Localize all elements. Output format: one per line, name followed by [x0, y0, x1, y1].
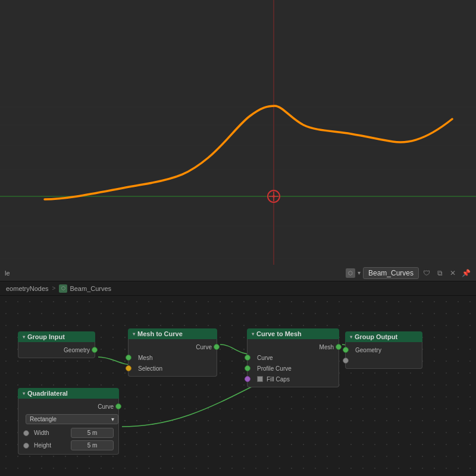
close-icon[interactable]: ✕ [447, 268, 458, 278]
node-curve-to-mesh-header: ▾ Curve to Mesh [247, 328, 339, 339]
node-quadrilateral-body: Curve Rectangle ▾ Width 5 m Height 5 m [18, 399, 119, 455]
node-dropdown-wrapper[interactable]: Rectangle ▾ [18, 412, 118, 427]
shield-icon[interactable]: 🛡 [421, 268, 432, 278]
socket-mesh-out[interactable] [336, 344, 342, 350]
svg-point-25 [273, 195, 275, 198]
node-row-curve-in: Curve [248, 352, 339, 363]
node-row-curve-out: Curve [129, 342, 217, 352]
header-left-text: le [5, 270, 342, 277]
node-row-selection-in: Selection [129, 363, 217, 374]
node-mesh-to-curve-header: ▾ Mesh to Curve [128, 328, 217, 339]
viewport-3d[interactable] [0, 0, 476, 265]
header-center: ⬡ ▾ Beam_Curves 🛡 ⧉ ✕ 📌 [346, 267, 471, 279]
socket-mesh-in[interactable] [126, 355, 131, 361]
socket-selection-in[interactable] [126, 365, 131, 371]
node-row-mesh-out: Mesh [248, 342, 339, 352]
node-row-mesh-in: Mesh [129, 352, 217, 363]
socket-output-empty[interactable] [343, 358, 349, 364]
node-row-quad-curve-out: Curve [18, 401, 118, 412]
datablock-type-icon: ⬡ [346, 268, 355, 278]
height-field[interactable]: 5 m [71, 440, 114, 450]
node-row-output-empty [346, 355, 422, 366]
breadcrumb: eometryNodes > ⬡ Beam_Curves [0, 281, 476, 296]
socket-profile-curve-in[interactable] [245, 365, 250, 371]
node-row-profile-curve-in: Profile Curve [248, 363, 339, 374]
socket-geometry-out[interactable] [92, 347, 98, 353]
copy-icon[interactable]: ⧉ [434, 268, 445, 278]
socket-curve-in[interactable] [245, 355, 250, 361]
width-field[interactable]: 5 m [71, 428, 114, 438]
node-row-fill-caps-in: Fill Caps [248, 374, 339, 384]
socket-curve-out[interactable] [214, 344, 220, 350]
node-mesh-to-curve-body: Curve Mesh Selection [128, 339, 217, 377]
breadcrumb-parent[interactable]: eometryNodes [6, 285, 49, 292]
view-mode-selector[interactable]: ▾ [358, 270, 361, 276]
node-group-output-body: Geometry [345, 342, 422, 369]
node-row-width: Width 5 m [18, 427, 118, 439]
node-group-input[interactable]: ▾ Group Input Geometry [18, 331, 95, 358]
node-row-geometry-out: Geometry [18, 345, 95, 355]
socket-geometry-in[interactable] [343, 347, 349, 353]
socket-width[interactable] [23, 430, 29, 436]
node-curve-to-mesh[interactable]: ▾ Curve to Mesh Mesh Curve Profile Curve [247, 328, 339, 387]
node-quadrilateral[interactable]: ▾ Quadrilateral Curve Rectangle ▾ Width … [18, 388, 119, 455]
node-row-height: Height 5 m [18, 439, 118, 452]
node-group-input-header: ▾ Group Input [18, 331, 95, 342]
node-curve-to-mesh-body: Mesh Curve Profile Curve Fill Caps [247, 339, 339, 387]
pin-icon[interactable]: 📌 [461, 268, 471, 278]
socket-quad-curve-out[interactable] [115, 403, 121, 409]
socket-height[interactable] [23, 443, 29, 449]
datablock-name[interactable]: Beam_Curves [363, 267, 419, 279]
breadcrumb-child[interactable]: ⬡ Beam_Curves [59, 284, 111, 293]
header-bar: le ⬡ ▾ Beam_Curves 🛡 ⧉ ✕ 📌 [0, 265, 476, 281]
node-group-output-header: ▾ Group Output [345, 331, 422, 342]
node-group-input-body: Geometry [18, 342, 95, 358]
socket-fill-caps-in[interactable] [245, 376, 250, 382]
node-row-geometry-in: Geometry [346, 345, 422, 355]
node-editor[interactable]: ▾ Group Input Geometry ▾ Mesh to Curve C… [0, 296, 476, 476]
breadcrumb-separator: > [52, 285, 56, 292]
node-group-output[interactable]: ▾ Group Output Geometry [345, 331, 422, 369]
node-mesh-to-curve[interactable]: ▾ Mesh to Curve Curve Mesh Selection [128, 328, 217, 377]
fill-caps-checkbox[interactable] [257, 376, 263, 382]
node-group-icon: ⬡ [59, 284, 67, 293]
mode-dropdown[interactable]: Rectangle ▾ [26, 414, 118, 424]
node-quadrilateral-header: ▾ Quadrilateral [18, 388, 119, 399]
